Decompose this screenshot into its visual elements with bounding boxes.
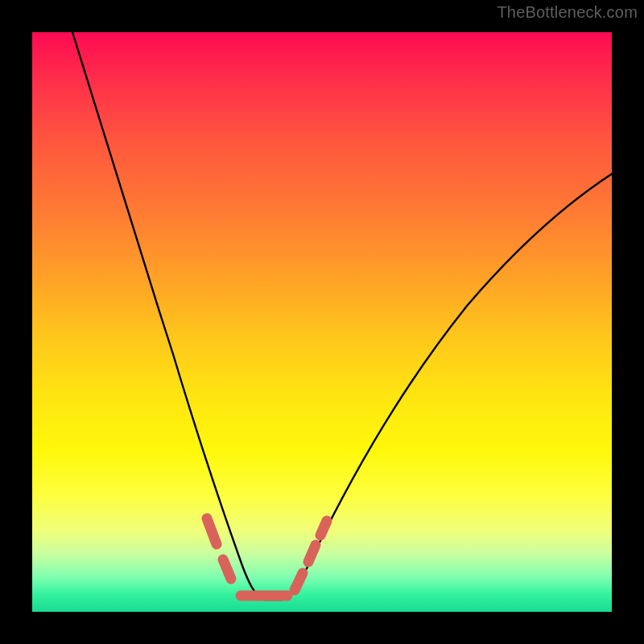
chart-stage: TheBottleneck.com	[0, 0, 644, 644]
curve-svg	[32, 32, 612, 612]
svg-line-0	[207, 518, 217, 544]
plot-area	[32, 32, 612, 612]
svg-line-3	[295, 573, 303, 590]
marker-band	[207, 518, 327, 596]
svg-line-4	[308, 545, 316, 562]
svg-line-1	[223, 559, 231, 579]
watermark-text: TheBottleneck.com	[497, 3, 638, 22]
bottleneck-curve	[72, 32, 612, 600]
svg-line-5	[320, 521, 327, 535]
